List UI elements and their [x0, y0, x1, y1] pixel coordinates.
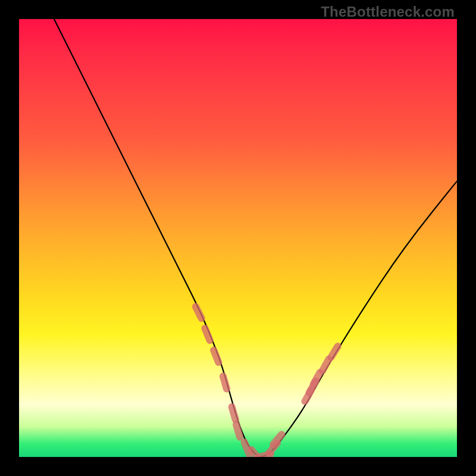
marker-point — [205, 328, 209, 340]
marker-point — [214, 350, 218, 362]
marker-point — [331, 346, 338, 358]
marker-point — [223, 376, 227, 389]
marker-point — [322, 359, 329, 371]
chart-plot-area — [19, 19, 457, 457]
watermark-text: TheBottleneck.com — [321, 4, 455, 20]
bottleneck-curve — [54, 19, 457, 456]
chart-svg — [19, 19, 457, 457]
marker-point — [196, 306, 202, 318]
marker-point — [236, 424, 240, 437]
marker-point — [232, 407, 236, 419]
chart-frame: TheBottleneck.com — [0, 0, 476, 476]
marker-group — [196, 306, 338, 457]
